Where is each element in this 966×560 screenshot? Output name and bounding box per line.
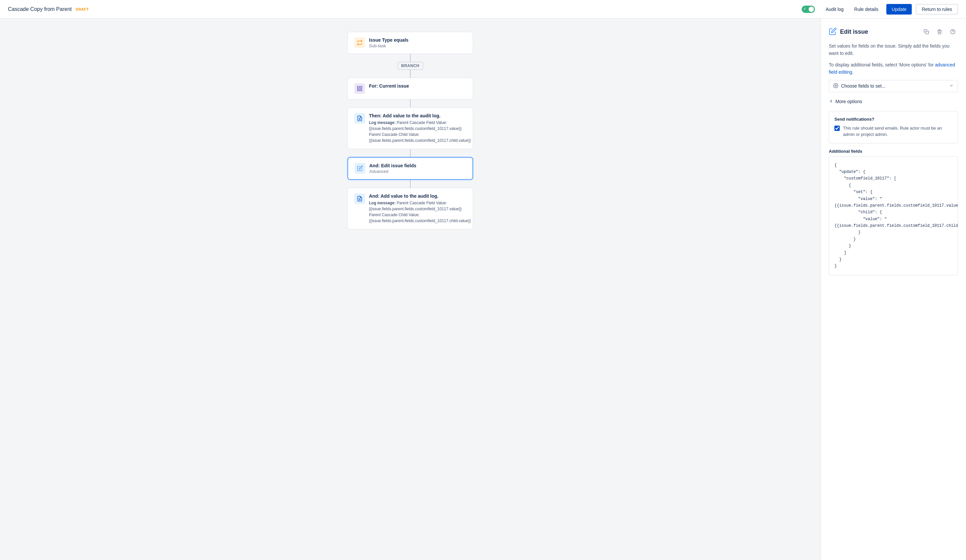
return-to-rules-button[interactable]: Return to rules bbox=[916, 4, 958, 15]
more-options-panel: Send notifications? This rule should sen… bbox=[829, 111, 958, 143]
for-node[interactable]: For: Current issue bbox=[347, 78, 473, 100]
topbar: Cascade Copy from Parent DRAFT ✓ Audit l… bbox=[0, 0, 966, 18]
edit-issue-title: And: Edit issue fields bbox=[369, 163, 466, 168]
audit-log-2-node[interactable]: And: Add value to the audit log. Log mes… bbox=[347, 188, 473, 230]
main-layout: Issue Type equals Sub-task BRANCH bbox=[0, 18, 966, 560]
more-options-toggle[interactable]: More options bbox=[829, 97, 862, 106]
panel-description-2: To display additional fields, select 'Mo… bbox=[829, 61, 958, 76]
gear-icon bbox=[833, 83, 838, 89]
chevron-down-icon bbox=[949, 83, 954, 89]
for-content: For: Current issue bbox=[369, 83, 466, 89]
edit-issue-icon bbox=[355, 163, 365, 174]
for-title: For: Current issue bbox=[369, 83, 466, 89]
send-notifications-checkbox[interactable] bbox=[835, 126, 840, 131]
toggle-check-icon: ✓ bbox=[803, 7, 806, 11]
additional-fields-section: Additional fields { "update": { "customf… bbox=[829, 149, 958, 275]
chevron-left-icon bbox=[829, 99, 833, 105]
condition-content: Issue Type equals Sub-task bbox=[369, 37, 466, 48]
audit-log-1-body: Log message: Parent Cascade Field Value:… bbox=[369, 120, 471, 143]
send-notifications-checkbox-label[interactable]: This rule should send emails. Rule actor… bbox=[843, 125, 953, 138]
send-notifications-label: Send notifications? bbox=[835, 117, 953, 122]
condition-title: Issue Type equals bbox=[369, 37, 466, 43]
panel-pencil-icon bbox=[829, 28, 837, 36]
svg-rect-2 bbox=[360, 89, 362, 91]
connector-3 bbox=[410, 100, 411, 107]
svg-rect-3 bbox=[357, 89, 359, 91]
svg-rect-0 bbox=[357, 86, 359, 88]
branch-label: BRANCH bbox=[398, 62, 423, 70]
enable-toggle[interactable]: ✓ bbox=[802, 6, 815, 13]
additional-fields-code[interactable]: { "update": { "customfield_10117": [ { "… bbox=[829, 156, 958, 275]
svg-rect-8 bbox=[926, 31, 929, 34]
edit-issue-content: And: Edit issue fields Advanced bbox=[369, 163, 466, 174]
panel-title: Edit issue bbox=[840, 28, 868, 35]
connector-1 bbox=[410, 54, 411, 62]
audit-log-1-node[interactable]: Then: Add value to the audit log. Log me… bbox=[347, 107, 473, 149]
edit-issue-subtitle: Advanced bbox=[369, 169, 466, 174]
more-options-label: More options bbox=[835, 99, 862, 104]
condition-icon bbox=[355, 37, 365, 48]
update-button[interactable]: Update bbox=[886, 4, 912, 15]
condition-node[interactable]: Issue Type equals Sub-task bbox=[347, 32, 473, 54]
panel-description-1: Set values for fields on the issue. Simp… bbox=[829, 42, 958, 57]
toggle-switch-container: ✓ bbox=[802, 6, 815, 13]
svg-rect-1 bbox=[360, 86, 362, 88]
for-icon bbox=[355, 83, 365, 94]
help-button[interactable] bbox=[948, 26, 958, 37]
draft-badge: DRAFT bbox=[76, 7, 89, 11]
connector-4 bbox=[410, 149, 411, 157]
panel-actions bbox=[921, 26, 958, 37]
side-panel: Edit issue bbox=[821, 18, 966, 560]
choose-fields-label: Choose fields to set... bbox=[841, 83, 886, 89]
audit-log-2-icon bbox=[355, 194, 365, 204]
connector-5 bbox=[410, 180, 411, 188]
canvas: Issue Type equals Sub-task BRANCH bbox=[0, 18, 821, 560]
svg-point-11 bbox=[835, 85, 836, 86]
panel-title-row: Edit issue bbox=[829, 28, 868, 36]
page-title: Cascade Copy from Parent bbox=[8, 6, 72, 12]
flow-container: Issue Type equals Sub-task BRANCH bbox=[311, 32, 509, 230]
audit-log-1-title: Then: Add value to the audit log. bbox=[369, 113, 471, 118]
edit-issue-node[interactable]: And: Edit issue fields Advanced bbox=[347, 157, 473, 180]
rule-details-button[interactable]: Rule details bbox=[852, 5, 881, 14]
choose-fields-button[interactable]: Choose fields to set... bbox=[829, 80, 958, 92]
audit-log-1-content: Then: Add value to the audit log. Log me… bbox=[369, 113, 471, 143]
audit-log-button[interactable]: Audit log bbox=[823, 5, 846, 14]
panel-header: Edit issue bbox=[829, 26, 958, 37]
audit-log-1-icon bbox=[355, 113, 365, 124]
audit-log-2-body: Log message: Parent Cascade Field Value:… bbox=[369, 200, 471, 224]
connector-2 bbox=[410, 70, 411, 78]
additional-fields-label: Additional fields bbox=[829, 149, 958, 154]
condition-subtitle: Sub-task bbox=[369, 43, 466, 48]
send-notifications-row: This rule should send emails. Rule actor… bbox=[835, 125, 953, 138]
audit-log-2-title: And: Add value to the audit log. bbox=[369, 194, 471, 199]
audit-log-2-content: And: Add value to the audit log. Log mes… bbox=[369, 194, 471, 224]
delete-button[interactable] bbox=[934, 26, 945, 37]
copy-button[interactable] bbox=[921, 26, 932, 37]
